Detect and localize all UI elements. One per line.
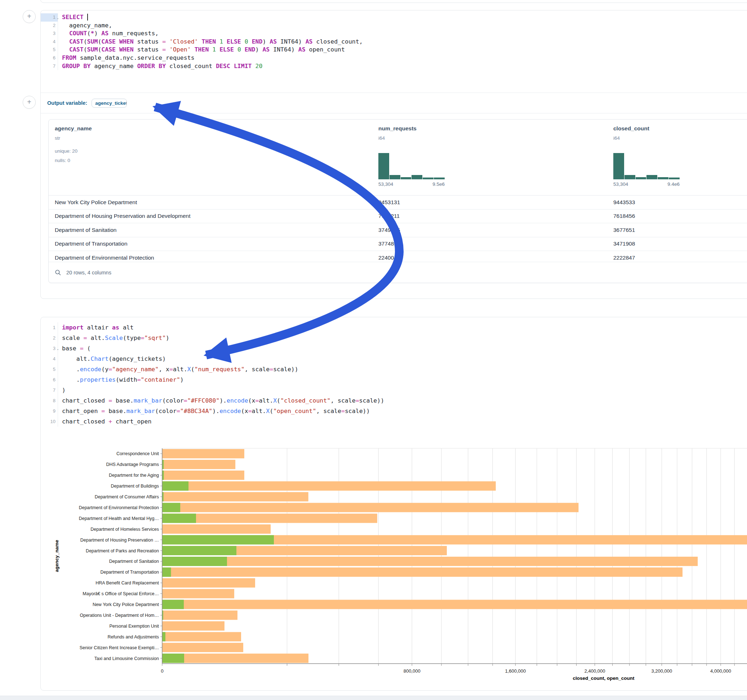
code-line[interactable]: 7GROUP BY agency_name ORDER BY closed_co… bbox=[41, 62, 747, 71]
code-line[interactable]: 5 .encode(y="agency_name", x=alt.X("num_… bbox=[41, 364, 747, 374]
y-axis-label: Department for the Aging bbox=[109, 473, 159, 478]
line-number: 4 bbox=[41, 38, 58, 46]
y-axis-label: Senior Citizen Rent Increase Exempti… bbox=[80, 645, 159, 650]
histogram-bar bbox=[411, 175, 422, 180]
code-text: agency_name, bbox=[58, 22, 112, 30]
x-axis-tick-label: 4,000,000 bbox=[710, 668, 731, 674]
line-number: 1 bbox=[41, 322, 58, 333]
bar-closed_count bbox=[162, 578, 255, 588]
add-cell-button[interactable]: + bbox=[23, 96, 36, 109]
code-text: ) bbox=[58, 385, 66, 395]
bar-closed_count bbox=[162, 449, 244, 459]
histogram-bar bbox=[434, 178, 445, 180]
bar-closed_count bbox=[162, 471, 244, 480]
python-code-editor[interactable]: 1import altair as alt2scale = alt.Scale(… bbox=[41, 317, 747, 427]
column-histogram: 53,304 9.5e6 bbox=[378, 153, 445, 188]
y-axis-label: Taxi and Limousine Commission bbox=[94, 656, 159, 661]
line-number: 7 bbox=[41, 385, 58, 395]
histogram-bar bbox=[646, 175, 657, 180]
code-line[interactable]: 3 COUNT(*) AS num_requests, bbox=[41, 30, 747, 38]
code-line[interactable]: 9chart_open = base.mark_bar(color="#8BC3… bbox=[41, 406, 747, 416]
line-number: 5 bbox=[41, 46, 58, 54]
code-text: base = ( bbox=[58, 343, 91, 354]
bar-open_count bbox=[162, 557, 227, 566]
bar-closed_count bbox=[162, 460, 235, 469]
bar-closed_count bbox=[162, 492, 308, 502]
x-axis-tick-label: 2,400,000 bbox=[584, 668, 605, 674]
code-line[interactable]: 8chart_closed = base.mark_bar(color="#FF… bbox=[41, 395, 747, 406]
table-cell: Department of Housing Preservation and D… bbox=[55, 213, 372, 219]
bar-open_count bbox=[162, 600, 184, 609]
output-variable-label: Output variable: bbox=[47, 100, 87, 106]
table-cell: New York City Police Department bbox=[55, 199, 372, 206]
column-header[interactable]: closed_count bbox=[613, 125, 649, 132]
add-cell-button[interactable]: + bbox=[23, 10, 36, 23]
collapse-caret-icon[interactable]: ⌄ bbox=[56, 14, 59, 22]
code-line[interactable]: 6 .properties(width="container") bbox=[41, 374, 747, 385]
histogram-bar bbox=[669, 178, 680, 180]
x-axis-tick-label: 800,000 bbox=[404, 668, 420, 674]
bar-closed_count bbox=[162, 632, 241, 641]
code-text: .properties(width="container") bbox=[58, 374, 184, 385]
code-line[interactable]: 3⌄base = ( bbox=[41, 343, 747, 354]
output-variable-pill[interactable]: agency_tickets bbox=[92, 99, 127, 108]
table-body: New York City Police Department945313194… bbox=[48, 196, 747, 265]
y-axis-label: HRA Benefit Card Replacement bbox=[95, 581, 159, 585]
code-line[interactable]: 1⌄SELECT bbox=[41, 13, 747, 22]
column-header[interactable]: num_requests bbox=[378, 125, 417, 132]
y-axis-label: Department of Health and Mental Hyg… bbox=[79, 516, 159, 521]
y-axis-label: Department of Homeless Services bbox=[91, 527, 159, 532]
column-type: i64 bbox=[613, 136, 620, 141]
y-axis-label: Department of Environmental Protection bbox=[79, 505, 159, 510]
table-cell: 9453131 bbox=[378, 199, 400, 206]
table-cell: 7782211 bbox=[378, 213, 400, 219]
table-row[interactable]: Department of Housing Preservation and D… bbox=[48, 209, 747, 223]
code-text: SELECT bbox=[58, 13, 88, 22]
code-text: alt.Chart(agency_tickets) bbox=[58, 354, 166, 364]
y-axis-label: Department of Housing Preservation … bbox=[80, 538, 159, 543]
line-number: 9 bbox=[41, 406, 58, 416]
bar-open_count bbox=[162, 546, 236, 555]
bar-open_count bbox=[162, 481, 189, 491]
hist-min-label: 53,304 bbox=[613, 181, 628, 187]
column-type: str bbox=[55, 136, 60, 141]
bar-open_count bbox=[162, 653, 184, 663]
code-line[interactable]: 4 CAST(SUM(CASE WHEN status = 'Closed' T… bbox=[41, 38, 747, 46]
y-axis-label: Department of Consumer Affairs bbox=[95, 494, 159, 499]
sql-code-editor[interactable]: 1⌄SELECT 2 agency_name,3 COUNT(*) AS num… bbox=[41, 11, 747, 70]
y-axis-label: Mayorâ€ s Office of Special Enforce… bbox=[83, 591, 159, 596]
code-line[interactable]: 2scale = alt.Scale(type="sqrt") bbox=[41, 333, 747, 343]
bar-closed_count bbox=[162, 557, 698, 566]
hist-min-label: 53,304 bbox=[378, 181, 393, 187]
line-number: 3 bbox=[41, 30, 58, 38]
code-line[interactable]: 4 alt.Chart(agency_tickets) bbox=[41, 354, 747, 364]
table-header: agency_name str unique: 20 nulls: 0 num_… bbox=[48, 119, 747, 196]
table-footer: 20 rows, 4 columns bbox=[48, 262, 747, 283]
code-line[interactable]: 2 agency_name, bbox=[41, 22, 747, 30]
code-line[interactable]: 7) bbox=[41, 385, 747, 395]
code-text: chart_closed = base.mark_bar(color="#FFC… bbox=[58, 395, 384, 406]
line-number: 6 bbox=[41, 54, 58, 62]
bar-closed_count bbox=[162, 600, 747, 609]
histogram-bar bbox=[401, 177, 411, 180]
column-stat: nulls: 0 bbox=[55, 158, 70, 163]
search-icon[interactable] bbox=[55, 269, 61, 276]
x-axis-title: closed_count, open_count bbox=[573, 676, 635, 681]
table-row[interactable]: Department of Sanitation37494853677651 bbox=[48, 223, 747, 237]
table-cell: Department of Sanitation bbox=[55, 227, 372, 233]
bar-open_count bbox=[162, 535, 274, 545]
x-axis-tick-label: 1,600,000 bbox=[505, 668, 526, 674]
code-line[interactable]: 6FROM sample_data.nyc.service_requests bbox=[41, 54, 747, 62]
table-row[interactable]: Department of Transportation377489234719… bbox=[48, 237, 747, 251]
bar-closed_count bbox=[162, 567, 682, 577]
collapse-caret-icon[interactable]: ⌄ bbox=[56, 344, 59, 355]
table-cell: 9443533 bbox=[613, 199, 635, 206]
code-text: COUNT(*) AS num_requests, bbox=[58, 30, 159, 38]
table-row[interactable]: New York City Police Department945313194… bbox=[48, 196, 747, 209]
code-line[interactable]: 5 CAST(SUM(CASE WHEN status = 'Open' THE… bbox=[41, 46, 747, 54]
histogram-bar bbox=[613, 153, 624, 180]
table-cell: 3677651 bbox=[613, 227, 635, 233]
code-line[interactable]: 1import altair as alt bbox=[41, 322, 747, 333]
column-header[interactable]: agency_name bbox=[55, 125, 92, 132]
y-axis-label: New York City Police Department bbox=[92, 602, 159, 607]
